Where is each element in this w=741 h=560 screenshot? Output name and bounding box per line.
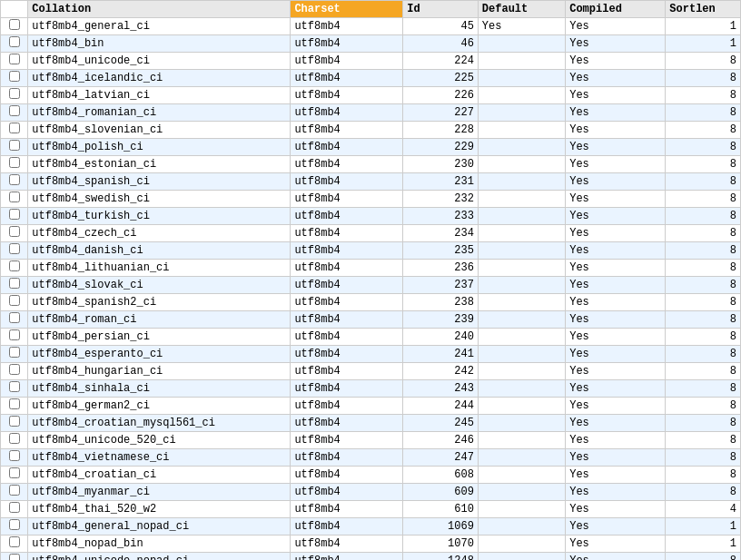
row-checkbox[interactable]	[9, 71, 20, 82]
id-cell: 1069	[403, 518, 479, 535]
sortlen-cell: 8	[666, 398, 741, 415]
compiled-cell: Yes	[566, 501, 666, 518]
collation-cell: utf8mb4_general_ci	[28, 18, 291, 35]
compiled-cell: Yes	[566, 415, 666, 432]
row-checkbox[interactable]	[9, 519, 20, 530]
row-checkbox[interactable]	[9, 226, 20, 237]
row-checkbox[interactable]	[9, 174, 20, 185]
id-cell: 609	[403, 484, 479, 501]
row-checkbox-cell	[1, 277, 28, 294]
table-row: utf8mb4_lithuanian_ciutf8mb4236Yes8	[1, 260, 741, 277]
row-checkbox[interactable]	[9, 278, 20, 289]
row-checkbox[interactable]	[9, 88, 20, 99]
default-cell	[478, 363, 565, 380]
compiled-cell: Yes	[566, 18, 666, 35]
row-checkbox[interactable]	[9, 467, 20, 478]
default-cell	[478, 467, 565, 484]
row-checkbox[interactable]	[9, 260, 20, 271]
row-checkbox-cell	[1, 191, 28, 208]
row-checkbox[interactable]	[9, 157, 20, 168]
sortlen-cell: 8	[666, 346, 741, 363]
row-checkbox-cell	[1, 87, 28, 104]
charset-cell: utf8mb4	[291, 260, 403, 277]
collation-cell: utf8mb4_unicode_nopad_ci	[28, 553, 291, 561]
default-cell	[478, 294, 565, 311]
charset-cell: utf8mb4	[291, 346, 403, 363]
compiled-cell: Yes	[566, 346, 666, 363]
collation-cell: utf8mb4_estonian_ci	[28, 156, 291, 173]
charset-cell: utf8mb4	[291, 208, 403, 225]
table-row: utf8mb4_persian_ciutf8mb4240Yes8	[1, 329, 741, 346]
row-checkbox[interactable]	[9, 364, 20, 375]
id-cell: 241	[403, 346, 479, 363]
compiled-cell: Yes	[566, 518, 666, 535]
table-row: utf8mb4_nopad_binutf8mb41070Yes1	[1, 535, 741, 553]
default-cell	[478, 122, 565, 139]
row-checkbox[interactable]	[9, 554, 20, 560]
row-checkbox[interactable]	[9, 485, 20, 496]
id-cell: 225	[403, 70, 479, 87]
sortlen-cell: 8	[666, 122, 741, 139]
row-checkbox[interactable]	[9, 209, 20, 220]
id-cell: 236	[403, 260, 479, 277]
charset-cell: utf8mb4	[291, 225, 403, 242]
table-row: utf8mb4_icelandic_ciutf8mb4225Yes8	[1, 70, 741, 87]
row-checkbox[interactable]	[9, 347, 20, 358]
default-cell	[478, 70, 565, 87]
sortlen-cell: 1	[666, 535, 741, 553]
row-checkbox[interactable]	[9, 243, 20, 254]
id-cell: 45	[403, 18, 479, 35]
row-checkbox-cell	[1, 467, 28, 484]
compiled-cell: Yes	[566, 35, 666, 53]
row-checkbox-cell	[1, 363, 28, 380]
row-checkbox[interactable]	[9, 312, 20, 323]
compiled-cell: Yes	[566, 139, 666, 156]
row-checkbox[interactable]	[9, 295, 20, 306]
sortlen-cell: 8	[666, 191, 741, 208]
id-cell: 224	[403, 53, 479, 70]
sortlen-cell: 1	[666, 518, 741, 535]
sortlen-cell: 8	[666, 156, 741, 173]
row-checkbox[interactable]	[9, 19, 20, 30]
row-checkbox[interactable]	[9, 329, 20, 340]
row-checkbox[interactable]	[9, 54, 20, 64]
table-row: utf8mb4_sinhala_ciutf8mb4243Yes8	[1, 380, 741, 398]
charset-cell: utf8mb4	[291, 415, 403, 432]
row-checkbox[interactable]	[9, 36, 20, 47]
id-cell: 237	[403, 277, 479, 294]
table-row: utf8mb4_roman_ciutf8mb4239Yes8	[1, 311, 741, 329]
charset-header[interactable]: Charset	[291, 1, 403, 18]
collation-cell: utf8mb4_latvian_ci	[28, 87, 291, 104]
table-row: utf8mb4_vietnamese_ciutf8mb4247Yes8	[1, 449, 741, 467]
row-checkbox[interactable]	[9, 381, 20, 392]
id-cell: 227	[403, 104, 479, 122]
sortlen-header[interactable]: Sortlen	[666, 1, 741, 18]
id-header[interactable]: Id	[403, 1, 479, 18]
compiled-cell: Yes	[566, 432, 666, 449]
collation-header[interactable]: Collation	[28, 1, 291, 18]
compiled-cell: Yes	[566, 225, 666, 242]
row-checkbox[interactable]	[9, 192, 20, 202]
compiled-cell: Yes	[566, 467, 666, 484]
id-cell: 234	[403, 225, 479, 242]
default-cell	[478, 415, 565, 432]
compiled-cell: Yes	[566, 156, 666, 173]
row-checkbox[interactable]	[9, 433, 20, 444]
row-checkbox[interactable]	[9, 502, 20, 513]
default-header[interactable]: Default	[478, 1, 565, 18]
compiled-cell: Yes	[566, 122, 666, 139]
row-checkbox[interactable]	[9, 450, 20, 461]
table-row: utf8mb4_croatian_mysql561_ciutf8mb4245Ye…	[1, 415, 741, 432]
row-checkbox[interactable]	[9, 536, 20, 547]
check-header	[1, 1, 28, 18]
default-cell	[478, 156, 565, 173]
compiled-cell: Yes	[566, 260, 666, 277]
collation-cell: utf8mb4_czech_ci	[28, 225, 291, 242]
row-checkbox[interactable]	[9, 123, 20, 133]
row-checkbox[interactable]	[9, 398, 20, 409]
charset-cell: utf8mb4	[291, 535, 403, 553]
row-checkbox[interactable]	[9, 140, 20, 151]
compiled-header[interactable]: Compiled	[566, 1, 666, 18]
row-checkbox[interactable]	[9, 105, 20, 116]
row-checkbox[interactable]	[9, 416, 20, 427]
